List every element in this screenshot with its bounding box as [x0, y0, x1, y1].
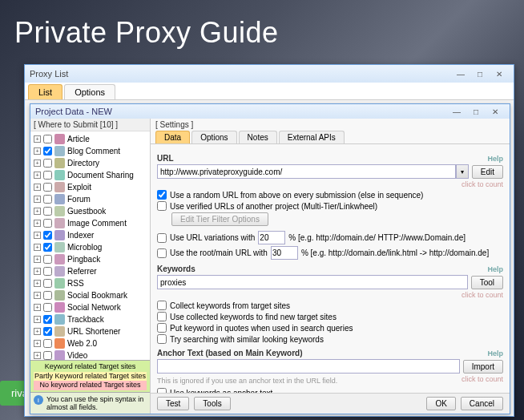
tool-button[interactable]: Tool [471, 276, 503, 289]
tree-check[interactable] [43, 291, 52, 300]
put-quote-label: Put keyword in quotes when used in searc… [170, 324, 353, 333]
minimize-icon[interactable]: — [451, 67, 470, 80]
use-collected-check[interactable] [157, 312, 167, 321]
expand-icon[interactable]: + [34, 244, 41, 251]
tree-check[interactable] [43, 339, 52, 348]
minimize-icon[interactable]: — [447, 105, 466, 118]
expand-icon[interactable]: + [34, 256, 41, 263]
tree-check[interactable] [43, 171, 52, 180]
tree-item[interactable]: +Exploit [32, 181, 148, 193]
tree-item[interactable]: +Web 2.0 [32, 337, 148, 349]
tree-item[interactable]: +Trackback [32, 313, 148, 325]
tree-item[interactable]: +Guestbook [32, 205, 148, 217]
click-to-count[interactable]: click to count [157, 291, 503, 299]
keywords-input[interactable] [157, 275, 468, 289]
expand-icon[interactable]: + [34, 340, 41, 347]
tab-list[interactable]: List [28, 84, 62, 99]
tools-button[interactable]: Tools [194, 397, 230, 410]
tree-check[interactable] [43, 303, 52, 312]
tree-item[interactable]: +Referrer [32, 265, 148, 277]
tree-check[interactable] [43, 255, 52, 264]
click-to-count[interactable]: click to count [157, 180, 503, 188]
tree-item[interactable]: +URL Shortener [32, 325, 148, 337]
maximize-icon[interactable]: □ [470, 67, 490, 80]
close-icon[interactable]: ✕ [490, 67, 509, 80]
url-dropdown-icon[interactable]: ▾ [456, 164, 469, 179]
tree-check[interactable] [43, 315, 52, 324]
tree-check[interactable] [43, 267, 52, 276]
tree-item[interactable]: +Blog Comment [32, 145, 148, 157]
use-root-value[interactable] [271, 246, 298, 260]
expand-icon[interactable]: + [34, 232, 41, 239]
test-button[interactable]: Test [157, 397, 189, 410]
expand-icon[interactable]: + [34, 147, 41, 155]
tree-check[interactable] [43, 351, 52, 360]
tab-options[interactable]: Options [64, 84, 115, 99]
tree-item[interactable]: +Social Bookmark [32, 289, 148, 301]
anchor-input[interactable] [157, 359, 460, 374]
tab-notes[interactable]: Notes [239, 131, 277, 143]
expand-icon[interactable]: + [34, 208, 41, 215]
tree-check[interactable] [43, 243, 52, 252]
expand-icon[interactable]: + [34, 184, 41, 191]
help-link[interactable]: Help [487, 265, 503, 273]
use-random-check[interactable] [157, 190, 167, 200]
tree-item[interactable]: +RSS [32, 277, 148, 289]
click-to-count[interactable]: click to count [462, 375, 503, 386]
tree-item[interactable]: +Microblog [32, 241, 148, 253]
expand-icon[interactable]: + [34, 160, 41, 167]
use-verified-check[interactable] [157, 201, 167, 211]
engine-icon [54, 134, 65, 144]
tab-external-apis[interactable]: External APIs [279, 131, 345, 143]
tree-item[interactable]: +Forum [32, 193, 148, 205]
maximize-icon[interactable]: □ [466, 105, 486, 118]
ok-button[interactable]: OK [426, 397, 455, 410]
tree-item[interactable]: +Social Network [32, 301, 148, 313]
expand-icon[interactable]: + [34, 292, 41, 299]
tree-check[interactable] [43, 147, 52, 155]
help-link[interactable]: Help [487, 155, 503, 163]
import-button[interactable]: Import [463, 360, 503, 374]
expand-icon[interactable]: + [34, 328, 41, 335]
expand-icon[interactable]: + [34, 280, 41, 287]
expand-icon[interactable]: + [34, 304, 41, 311]
tree-item[interactable]: +Directory [32, 157, 148, 169]
url-variations-check[interactable] [157, 233, 167, 243]
try-similar-check[interactable] [157, 334, 167, 344]
put-quote-check[interactable] [157, 323, 167, 333]
expand-icon[interactable]: + [34, 172, 41, 179]
collect-kw-check[interactable] [157, 301, 167, 310]
tree-check[interactable] [43, 135, 52, 143]
help-link[interactable]: Help [487, 349, 503, 357]
use-root-check[interactable] [157, 248, 167, 258]
tree-check[interactable] [43, 159, 52, 168]
tree-item[interactable]: +Image Comment [32, 217, 148, 229]
use-random-label: Use a random URL from above on every sub… [170, 191, 423, 200]
cancel-button[interactable]: Cancel [461, 397, 503, 410]
tab-options2[interactable]: Options [191, 131, 236, 143]
tree-check[interactable] [43, 195, 52, 204]
expand-icon[interactable]: + [34, 196, 41, 203]
expand-icon[interactable]: + [34, 316, 41, 323]
engine-tree[interactable]: +Article+Blog Comment+Directory+Document… [30, 131, 150, 360]
expand-icon[interactable]: + [34, 135, 41, 143]
tree-item[interactable]: +Document Sharing [32, 169, 148, 181]
tree-check[interactable] [43, 219, 52, 228]
tab-data[interactable]: Data [155, 131, 190, 143]
tree-item[interactable]: +Pingback [32, 253, 148, 265]
url-variations-value[interactable] [258, 231, 285, 244]
tree-check[interactable] [43, 279, 52, 288]
url-input[interactable] [157, 164, 456, 179]
tree-check[interactable] [43, 207, 52, 216]
close-icon[interactable]: ✕ [486, 105, 505, 118]
tree-item[interactable]: +Video [32, 349, 148, 360]
tree-check[interactable] [43, 327, 52, 336]
tree-check[interactable] [43, 231, 52, 240]
expand-icon[interactable]: + [34, 352, 41, 359]
edit-button[interactable]: Edit [472, 165, 503, 179]
tree-check[interactable] [43, 183, 52, 192]
expand-icon[interactable]: + [34, 220, 41, 227]
expand-icon[interactable]: + [34, 268, 41, 275]
tree-item[interactable]: +Indexer [32, 229, 148, 241]
tree-item[interactable]: +Article [32, 133, 148, 145]
